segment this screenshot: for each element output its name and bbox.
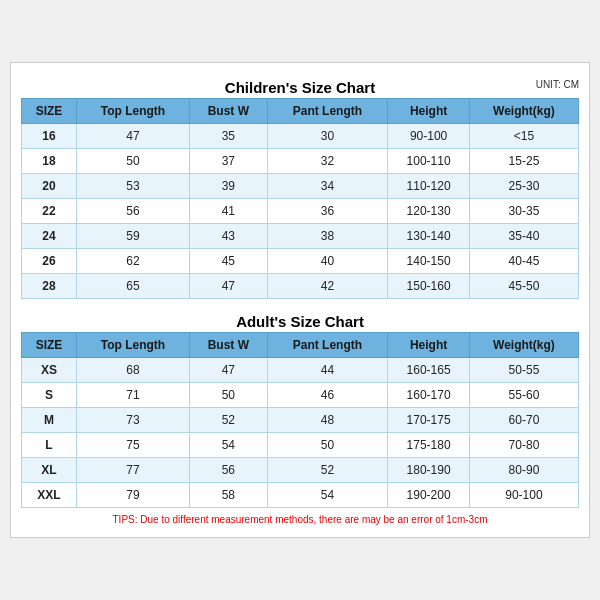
table-cell: 71 (76, 383, 189, 408)
table-cell: 50 (190, 383, 268, 408)
table-row: XL775652180-19080-90 (22, 458, 579, 483)
table-cell: <15 (469, 124, 578, 149)
table-cell: 68 (76, 358, 189, 383)
table-cell: 62 (76, 249, 189, 274)
table-cell: 44 (267, 358, 388, 383)
table-cell: 35-40 (469, 224, 578, 249)
table-cell: 60-70 (469, 408, 578, 433)
table-cell: 25-30 (469, 174, 578, 199)
table-cell: 34 (267, 174, 388, 199)
table-cell: XXL (22, 483, 77, 508)
table-cell: 170-175 (388, 408, 470, 433)
table-cell: 18 (22, 149, 77, 174)
table-cell: 77 (76, 458, 189, 483)
table-cell: 30-35 (469, 199, 578, 224)
table-cell: 50 (267, 433, 388, 458)
adults-header-row: SIZETop LengthBust WPant LengthHeightWei… (22, 333, 579, 358)
adults-table-header: SIZETop LengthBust WPant LengthHeightWei… (22, 333, 579, 358)
table-cell: 39 (190, 174, 268, 199)
table-cell: 56 (190, 458, 268, 483)
children-unit: UNIT: CM (536, 79, 579, 90)
table-cell: 160-170 (388, 383, 470, 408)
table-cell: 52 (190, 408, 268, 433)
children-table: SIZETop LengthBust WPant LengthHeightWei… (21, 98, 579, 299)
table-cell: 50 (76, 149, 189, 174)
table-cell: L (22, 433, 77, 458)
table-cell: 75 (76, 433, 189, 458)
adults-col-header: SIZE (22, 333, 77, 358)
table-cell: 20 (22, 174, 77, 199)
table-cell: 79 (76, 483, 189, 508)
table-row: M735248170-17560-70 (22, 408, 579, 433)
table-cell: 45 (190, 249, 268, 274)
adults-col-header: Height (388, 333, 470, 358)
table-cell: 24 (22, 224, 77, 249)
table-cell: 48 (267, 408, 388, 433)
table-row: XS684744160-16550-55 (22, 358, 579, 383)
children-col-header: Bust W (190, 99, 268, 124)
children-col-header: SIZE (22, 99, 77, 124)
table-cell: 160-165 (388, 358, 470, 383)
adults-col-header: Weight(kg) (469, 333, 578, 358)
table-cell: 55-60 (469, 383, 578, 408)
table-cell: 56 (76, 199, 189, 224)
table-cell: 32 (267, 149, 388, 174)
table-cell: 35 (190, 124, 268, 149)
table-cell: 58 (190, 483, 268, 508)
adults-title: Adult's Size Chart (236, 313, 364, 330)
table-cell: 22 (22, 199, 77, 224)
table-cell: 47 (190, 358, 268, 383)
table-cell: 73 (76, 408, 189, 433)
table-cell: 53 (76, 174, 189, 199)
adults-col-header: Bust W (190, 333, 268, 358)
table-cell: 90-100 (469, 483, 578, 508)
table-cell: 41 (190, 199, 268, 224)
table-cell: 90-100 (388, 124, 470, 149)
table-cell: 46 (267, 383, 388, 408)
table-cell: 47 (190, 274, 268, 299)
table-cell: 140-150 (388, 249, 470, 274)
table-cell: 80-90 (469, 458, 578, 483)
table-cell: 47 (76, 124, 189, 149)
children-col-header: Top Length (76, 99, 189, 124)
table-cell: 50-55 (469, 358, 578, 383)
table-row: XXL795854190-20090-100 (22, 483, 579, 508)
children-table-header: SIZETop LengthBust WPant LengthHeightWei… (22, 99, 579, 124)
table-cell: 150-160 (388, 274, 470, 299)
table-cell: 37 (190, 149, 268, 174)
table-cell: 130-140 (388, 224, 470, 249)
table-cell: XS (22, 358, 77, 383)
children-header-row: SIZETop LengthBust WPant LengthHeightWei… (22, 99, 579, 124)
table-row: L755450175-18070-80 (22, 433, 579, 458)
table-cell: 16 (22, 124, 77, 149)
table-row: 1647353090-100<15 (22, 124, 579, 149)
table-cell: 120-130 (388, 199, 470, 224)
table-cell: 28 (22, 274, 77, 299)
children-table-body: 1647353090-100<1518503732100-11015-25205… (22, 124, 579, 299)
table-cell: 36 (267, 199, 388, 224)
adults-col-header: Pant Length (267, 333, 388, 358)
adults-section-title: Adult's Size Chart (21, 307, 579, 332)
table-cell: 54 (190, 433, 268, 458)
table-cell: 45-50 (469, 274, 578, 299)
children-col-header: Weight(kg) (469, 99, 578, 124)
table-cell: 180-190 (388, 458, 470, 483)
adults-col-header: Top Length (76, 333, 189, 358)
table-cell: 42 (267, 274, 388, 299)
table-cell: 190-200 (388, 483, 470, 508)
table-row: 20533934110-12025-30 (22, 174, 579, 199)
table-row: S715046160-17055-60 (22, 383, 579, 408)
table-cell: 110-120 (388, 174, 470, 199)
adults-table-body: XS684744160-16550-55S715046160-17055-60M… (22, 358, 579, 508)
children-col-header: Pant Length (267, 99, 388, 124)
table-cell: 100-110 (388, 149, 470, 174)
children-section-title: Children's Size Chart UNIT: CM (21, 73, 579, 98)
table-cell: 38 (267, 224, 388, 249)
table-cell: S (22, 383, 77, 408)
children-title: Children's Size Chart (225, 79, 375, 96)
table-cell: 30 (267, 124, 388, 149)
table-cell: 40 (267, 249, 388, 274)
table-cell: M (22, 408, 77, 433)
table-cell: 59 (76, 224, 189, 249)
table-row: 22564136120-13030-35 (22, 199, 579, 224)
